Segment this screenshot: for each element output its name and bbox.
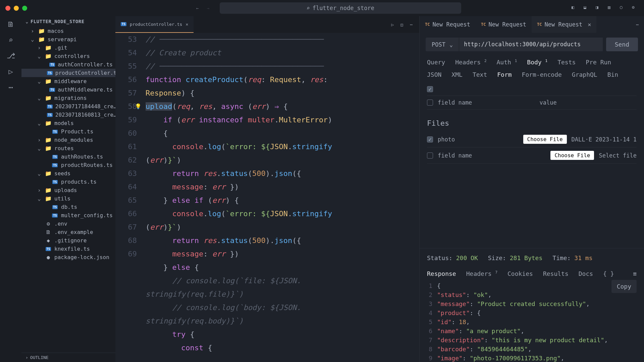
tree-item[interactable]: ⌄📁seeds: [21, 169, 115, 178]
choose-file-button[interactable]: Choose File: [523, 135, 567, 144]
tree-item[interactable]: 🗎.env_example: [21, 228, 115, 236]
tree-item[interactable]: ◆.gitignore: [21, 236, 115, 245]
tree-item[interactable]: TSdb.ts: [21, 203, 115, 211]
ts-icon: TS: [49, 63, 55, 67]
subtab[interactable]: Text: [473, 71, 487, 78]
subtab[interactable]: { }: [603, 270, 614, 277]
subtab[interactable]: Response: [427, 270, 456, 277]
request-tab[interactable]: TCNew Request✕: [532, 16, 596, 33]
subtab[interactable]: Auth 1: [497, 59, 517, 66]
url-input[interactable]: http://localhost:3000/api/products: [459, 38, 602, 51]
tree-item[interactable]: ›📁.git: [21, 44, 115, 52]
split-icon[interactable]: ◫: [400, 22, 403, 27]
subtab[interactable]: GraphQL: [572, 71, 597, 78]
file-name-input[interactable]: photo: [438, 136, 519, 143]
subtab[interactable]: Form: [497, 71, 512, 78]
outline-header[interactable]: › OUTLINE: [21, 353, 115, 362]
close-icon[interactable]: ✕: [185, 22, 188, 27]
request-tab[interactable]: TCNew Request: [420, 16, 476, 33]
tree-item[interactable]: TSproductController.ts: [21, 69, 115, 77]
subtab[interactable]: Form-encode: [522, 71, 562, 78]
tree-item[interactable]: ›📁uploads: [21, 186, 115, 194]
subtab[interactable]: XML: [451, 71, 463, 78]
panel-bottom-icon[interactable]: ⬓: [584, 5, 590, 11]
tree-item[interactable]: ⚙.env: [21, 220, 115, 228]
method-select[interactable]: POST ⌄: [426, 38, 459, 51]
tree-item[interactable]: ›📁macos: [21, 27, 115, 35]
subtab[interactable]: Headers 7: [466, 270, 497, 277]
subtab[interactable]: Docs: [579, 270, 593, 277]
search-icon[interactable]: ⌕: [8, 36, 13, 44]
tree-item[interactable]: TSauthController.ts: [21, 60, 115, 69]
forward-icon[interactable]: →: [207, 6, 210, 11]
layout-icon[interactable]: ▥: [608, 5, 614, 11]
minimize-window[interactable]: [14, 6, 19, 11]
tree-item[interactable]: ⌄📁routes: [21, 144, 115, 153]
send-button[interactable]: Send: [606, 38, 638, 51]
scm-icon[interactable]: ⎇: [7, 52, 15, 60]
response-body[interactable]: Copy 1{2 "status": "ok",3 "message": "Pr…: [420, 280, 644, 362]
tree-item[interactable]: ⌄📁serverapi: [21, 35, 115, 44]
tree-item[interactable]: ⌄📁utils: [21, 194, 115, 203]
form-row: field namevalue: [427, 96, 637, 110]
subtab[interactable]: JSON: [427, 71, 441, 78]
gear-icon[interactable]: ⚙: [632, 5, 639, 11]
account-icon[interactable]: ◯: [620, 5, 627, 11]
explorer-header[interactable]: ⌄ FLUTTER_NODE_STORE: [21, 16, 115, 27]
tree-item[interactable]: TS20230718160813_cre…: [21, 111, 115, 119]
tree-item[interactable]: ⌄📁models: [21, 119, 115, 127]
subtab[interactable]: Query: [427, 59, 445, 66]
more-icon[interactable]: ⋯: [8, 83, 13, 92]
tree-item[interactable]: ⌄📁middleware: [21, 77, 115, 85]
tab-product-controller[interactable]: TS productController.ts ✕: [115, 16, 194, 33]
tree-item[interactable]: ●package-lock.json: [21, 253, 115, 261]
debug-icon[interactable]: ▷: [8, 67, 13, 76]
close-window[interactable]: [5, 6, 10, 11]
env-icon: ⚙: [45, 221, 52, 227]
command-center[interactable]: ⌕ flutter_node_store: [220, 2, 461, 14]
subtab[interactable]: Results: [543, 270, 569, 277]
tree-item[interactable]: TSmulter_config.ts: [21, 211, 115, 220]
ts-icon: TS: [47, 71, 53, 75]
checkbox[interactable]: [427, 153, 433, 159]
tree-item[interactable]: TSknexfile.ts: [21, 245, 115, 253]
explorer-icon[interactable]: 🗎: [7, 20, 14, 28]
file-name-input[interactable]: field name: [438, 152, 546, 159]
run-icon[interactable]: ▷: [391, 22, 394, 27]
menu-icon[interactable]: ≡: [633, 270, 637, 277]
tree-item-label: middleware: [54, 78, 87, 84]
request-tab[interactable]: TCNew Request: [476, 16, 532, 33]
subtab[interactable]: Cookies: [507, 270, 533, 277]
panel-right-icon[interactable]: ◨: [596, 5, 602, 11]
editor-group: TS productController.ts ✕ ▷ ◫ ⋯ 53545556…: [115, 16, 419, 362]
tree-item[interactable]: ›📁node_modules: [21, 136, 115, 144]
chevron-icon: ⌄: [38, 95, 42, 101]
choose-file-button[interactable]: Choose File: [550, 151, 594, 160]
subtab[interactable]: Bin: [607, 71, 619, 78]
field-value-input[interactable]: value: [540, 99, 637, 106]
back-icon[interactable]: ←: [196, 6, 199, 11]
tree-item[interactable]: TSauthMiddleware.ts: [21, 85, 115, 94]
panel-left-icon[interactable]: ◧: [572, 5, 578, 11]
more-icon[interactable]: ⋯: [636, 22, 639, 27]
subtab[interactable]: Tests: [557, 59, 576, 66]
tree-item[interactable]: ⌄📁controllers: [21, 52, 115, 60]
subtab[interactable]: Pre Run: [586, 59, 611, 66]
field-name-input[interactable]: field name: [438, 99, 535, 106]
subtab[interactable]: Headers 2: [455, 59, 486, 66]
tree-item[interactable]: TSproducts.ts: [21, 178, 115, 186]
close-icon[interactable]: ✕: [588, 21, 591, 28]
more-icon[interactable]: ⋯: [410, 22, 413, 27]
checkbox[interactable]: [427, 100, 433, 106]
maximize-window[interactable]: [22, 6, 27, 11]
tree-item[interactable]: TSProduct.ts: [21, 127, 115, 136]
tree-item[interactable]: TSproductRoutes.ts: [21, 161, 115, 169]
code-editor[interactable]: 5354555657585960616263646566676869 // ──…: [115, 33, 419, 362]
tree-item[interactable]: ⌄📁migrations: [21, 94, 115, 102]
copy-button[interactable]: Copy: [611, 280, 637, 293]
checkbox[interactable]: ✓: [427, 86, 433, 92]
subtab[interactable]: Body 1: [527, 59, 547, 66]
tree-item[interactable]: TS20230717184448_cre…: [21, 102, 115, 111]
tree-item[interactable]: TSauthRoutes.ts: [21, 153, 115, 161]
checkbox[interactable]: ✓: [427, 136, 433, 142]
